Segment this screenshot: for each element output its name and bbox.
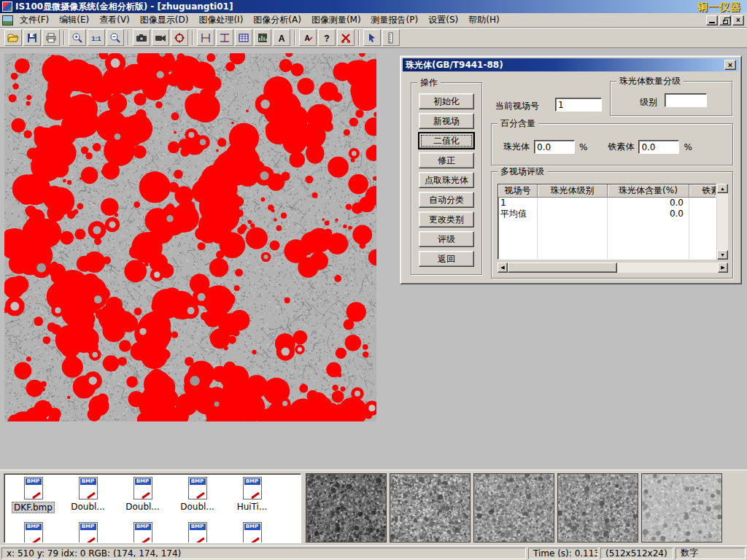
horizontal-scrollbar[interactable]: ◀ ▶ <box>498 262 728 273</box>
vertical-scrollbar[interactable]: ▲ ▼ <box>717 184 728 260</box>
op-button[interactable]: 初始化 <box>419 93 474 109</box>
app-window: IS100显微摄像系统(金相分析版) - [zhuguangti01] 铜一仪器… <box>0 0 747 560</box>
column-header[interactable]: 铁素 <box>689 184 716 198</box>
rating-table: 视场号珠光体级别珠光体含量(%)铁素 10.0平均值0.0 <box>498 184 716 260</box>
column-header[interactable]: 珠光体级别 <box>538 184 608 198</box>
scroll-up-button[interactable]: ▲ <box>717 184 728 193</box>
video-camera-icon[interactable] <box>152 29 169 46</box>
op-button[interactable]: 自动分类 <box>419 192 474 208</box>
op-button[interactable]: 修正 <box>419 152 474 168</box>
pointer-icon[interactable] <box>363 29 381 46</box>
column-header[interactable]: 视场号 <box>498 184 538 198</box>
mdi-minimize-button[interactable] <box>706 15 718 26</box>
help-icon[interactable]: ? <box>318 29 336 46</box>
grade-input[interactable] <box>665 93 707 107</box>
menu-item-9[interactable]: 设置(S) <box>423 12 463 28</box>
menu-item-1[interactable]: 文件(F) <box>15 12 54 28</box>
file-row-1: BMPDKF.bmpBMPDoubl...BMPDoubl...BMPDoubl… <box>6 477 279 513</box>
current-field-input[interactable] <box>555 98 602 112</box>
op-button[interactable]: 返回 <box>419 251 474 267</box>
camera-icon[interactable] <box>133 29 150 46</box>
zoom-in-icon[interactable] <box>69 29 86 46</box>
font-edit-icon[interactable]: A <box>299 29 317 46</box>
dialog-close-button[interactable]: × <box>724 60 736 70</box>
table-row[interactable]: 平均值0.0 <box>498 209 716 219</box>
ruler-vertical-icon[interactable] <box>382 29 400 46</box>
svg-text:?: ? <box>324 34 329 44</box>
file-item[interactable]: BMPDoubl... <box>170 477 225 513</box>
scrollbar-thumb[interactable] <box>508 262 617 273</box>
op-button[interactable]: 二值化 <box>419 133 474 149</box>
table-row[interactable] <box>498 219 716 230</box>
table-cell <box>538 198 608 209</box>
menu-item-8[interactable]: 测量报告(P) <box>366 12 424 28</box>
menu-item-10[interactable]: 帮助(H) <box>463 12 504 28</box>
op-button[interactable]: 更改类别 <box>419 211 474 228</box>
column-header[interactable]: 珠光体含量(%) <box>608 184 689 198</box>
mdi-restore-button[interactable] <box>719 15 731 26</box>
table-row[interactable]: 10.0 <box>498 198 716 209</box>
bmp-badge: BMP <box>244 478 260 485</box>
toolbar-separator <box>192 31 193 45</box>
file-list[interactable]: BMPDKF.bmpBMPDoubl...BMPDoubl...BMPDoubl… <box>4 473 301 543</box>
metallograph-image[interactable] <box>4 53 376 421</box>
dialog-right-panel: 当前视场号 珠光体数量分级 级别 百分含量 珠光体 % 铁素体 % <box>489 75 734 279</box>
minimize-icon <box>709 22 715 23</box>
scroll-down-button[interactable]: ▼ <box>717 250 728 260</box>
scroll-right-button[interactable]: ▶ <box>718 262 728 273</box>
save-icon[interactable] <box>23 29 41 46</box>
grid-table-icon[interactable] <box>235 29 252 46</box>
table-cell <box>498 241 538 252</box>
table-row[interactable] <box>498 252 716 260</box>
mdi-close-button[interactable]: × <box>732 15 744 26</box>
menu-item-5[interactable]: 图像处理(I) <box>193 12 248 28</box>
ferrite-percent-input[interactable] <box>638 140 679 154</box>
grade-group: 珠光体数量分级 级别 <box>610 81 732 116</box>
caliper-vertical-icon[interactable] <box>197 29 214 46</box>
file-item-partial[interactable]: BMP <box>225 522 279 543</box>
op-button[interactable]: 评级 <box>419 231 474 247</box>
actual-size-icon[interactable]: 1:1 <box>88 29 105 46</box>
pearlite-percent-input[interactable] <box>534 140 575 154</box>
menu-item-4[interactable]: 图像显示(D) <box>135 12 194 28</box>
thumbnail-image-5[interactable] <box>641 473 722 542</box>
op-button[interactable]: 点取珠光体 <box>419 172 474 188</box>
op-button[interactable]: 新视场 <box>419 113 474 129</box>
capture-target-icon[interactable] <box>171 29 188 46</box>
thumbnail-image-1[interactable] <box>306 473 387 542</box>
table-cell <box>498 252 538 260</box>
print-icon[interactable] <box>42 29 60 46</box>
caliper-horizontal-icon[interactable] <box>216 29 233 46</box>
open-folder-icon[interactable] <box>4 29 22 46</box>
percent-group: 百分含量 珠光体 % 铁素体 % <box>491 123 733 166</box>
table-row[interactable] <box>498 241 716 252</box>
file-item[interactable]: BMPDoubl... <box>61 477 115 513</box>
pen-decoration <box>196 537 205 543</box>
menu-item-3[interactable]: 查看(V) <box>94 12 135 28</box>
cut-icon[interactable] <box>337 29 355 46</box>
file-item[interactable]: BMPDKF.bmp <box>6 477 61 513</box>
bottom-panel: BMPDKF.bmpBMPDoubl...BMPDoubl...BMPDoubl… <box>0 470 747 545</box>
thumbnail-image-2[interactable] <box>390 473 471 542</box>
file-item-partial[interactable]: BMP <box>170 522 225 543</box>
menu-item-6[interactable]: 图像分析(A) <box>248 12 306 28</box>
file-item-partial[interactable]: BMP <box>115 522 170 543</box>
menu-item-2[interactable]: 编辑(E) <box>54 12 94 28</box>
dialog-title-bar[interactable]: 珠光体(GB/T9441-88) × <box>403 58 739 71</box>
histogram-icon[interactable] <box>254 29 271 46</box>
menu-item-7[interactable]: 图像测量(M) <box>306 12 366 28</box>
menu-bar: 文件(F)编辑(E)查看(V)图像显示(D)图像处理(I)图像分析(A)图像测量… <box>0 13 747 28</box>
file-item-partial[interactable]: BMP <box>61 522 115 543</box>
pen-decoration <box>32 537 41 543</box>
table-row[interactable] <box>498 230 716 241</box>
thumbnail-image-4[interactable] <box>557 473 638 542</box>
thumbnail-image-3[interactable] <box>473 473 554 542</box>
file-item-partial[interactable]: BMP <box>6 522 61 543</box>
bmp-badge: BMP <box>244 524 260 530</box>
scroll-left-button[interactable]: ◀ <box>498 262 508 273</box>
file-item[interactable]: BMPDoubl... <box>115 477 170 513</box>
text-a-icon[interactable]: A <box>273 29 290 46</box>
file-item[interactable]: BMPHuiTi... <box>225 477 279 513</box>
toolbar-separator <box>358 31 360 45</box>
zoom-out-icon[interactable] <box>107 29 124 46</box>
